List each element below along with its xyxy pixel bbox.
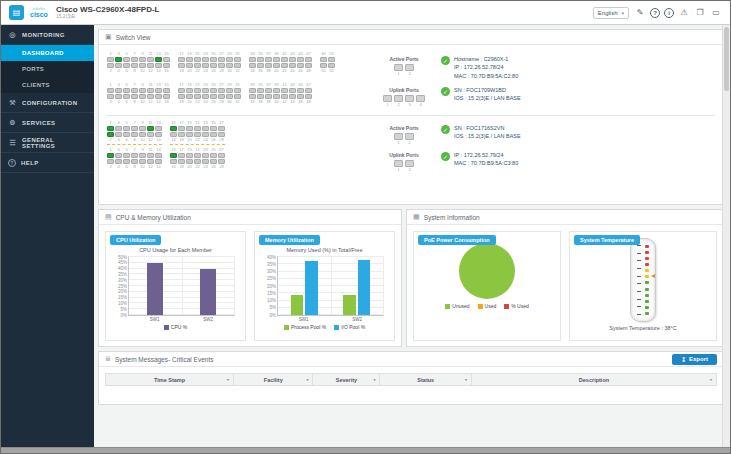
port[interactable] [139, 94, 146, 99]
port[interactable] [249, 94, 256, 99]
sidebar-item-configuration[interactable]: ⚒CONFIGURATION [1, 93, 94, 113]
port[interactable] [178, 57, 185, 62]
port[interactable] [194, 88, 201, 93]
port[interactable] [249, 88, 256, 93]
port[interactable] [115, 153, 122, 158]
port[interactable] [210, 159, 217, 164]
port[interactable] [234, 57, 241, 62]
sidebar-item-services[interactable]: ⚙SERVICES [1, 113, 94, 133]
port[interactable] [155, 88, 162, 93]
port[interactable] [131, 94, 138, 99]
port[interactable] [194, 153, 201, 158]
port[interactable] [186, 126, 193, 131]
column-header-facility[interactable]: Facility▾ [234, 374, 313, 385]
port[interactable] [289, 88, 296, 93]
column-header-description[interactable]: Description▾ [472, 374, 716, 385]
port[interactable] [202, 126, 209, 131]
port[interactable] [320, 57, 327, 62]
port[interactable] [139, 126, 146, 131]
port[interactable] [186, 57, 193, 62]
port[interactable] [131, 126, 138, 131]
port[interactable] [257, 88, 264, 93]
port[interactable] [194, 126, 201, 131]
port[interactable] [123, 153, 130, 158]
port[interactable] [194, 159, 201, 164]
port[interactable] [289, 94, 296, 99]
port[interactable] [155, 153, 162, 158]
port[interactable] [123, 94, 130, 99]
warning-icon[interactable]: ⚠ [678, 7, 690, 19]
port[interactable] [170, 153, 177, 158]
port[interactable] [281, 57, 288, 62]
port[interactable] [328, 57, 335, 62]
port[interactable] [210, 132, 217, 137]
column-header-time-stamp[interactable]: Time Stamp▾ [106, 374, 234, 385]
port[interactable] [257, 94, 264, 99]
port[interactable] [107, 94, 114, 99]
port[interactable] [281, 94, 288, 99]
monitor-icon[interactable]: ▭ [710, 7, 722, 19]
column-header-severity[interactable]: Severity▾ [313, 374, 380, 385]
port[interactable] [186, 94, 193, 99]
port[interactable] [218, 88, 225, 93]
port[interactable] [265, 57, 272, 62]
port[interactable] [163, 94, 170, 99]
port[interactable] [202, 132, 209, 137]
port[interactable] [210, 94, 217, 99]
port[interactable] [305, 88, 312, 93]
port[interactable] [218, 153, 225, 158]
port[interactable] [186, 153, 193, 158]
port[interactable] [289, 57, 296, 62]
window-icon[interactable]: ❐ [694, 7, 706, 19]
port[interactable] [297, 94, 304, 99]
export-button[interactable]: ↧ Export [672, 354, 717, 365]
port[interactable] [194, 94, 201, 99]
port[interactable] [178, 159, 185, 164]
port[interactable] [186, 88, 193, 93]
port[interactable] [115, 88, 122, 93]
port[interactable] [202, 153, 209, 158]
port[interactable] [147, 132, 154, 137]
port[interactable] [194, 57, 201, 62]
port[interactable] [123, 159, 130, 164]
port[interactable] [131, 88, 138, 93]
port[interactable] [178, 153, 185, 158]
port[interactable] [123, 132, 130, 137]
port[interactable] [115, 126, 122, 131]
column-header-status[interactable]: Status▾ [380, 374, 472, 385]
port[interactable] [297, 88, 304, 93]
port[interactable] [249, 57, 256, 62]
port[interactable] [273, 94, 280, 99]
port[interactable] [186, 132, 193, 137]
port[interactable] [234, 88, 241, 93]
port[interactable] [147, 57, 154, 62]
port[interactable] [178, 88, 185, 93]
port[interactable] [265, 88, 272, 93]
scrollbar-thumb[interactable] [724, 27, 729, 91]
port[interactable] [305, 57, 312, 62]
port[interactable] [139, 159, 146, 164]
port[interactable] [139, 88, 146, 93]
port[interactable] [107, 57, 114, 62]
port[interactable] [273, 88, 280, 93]
port[interactable] [257, 57, 264, 62]
port[interactable] [281, 88, 288, 93]
port[interactable] [131, 153, 138, 158]
port[interactable] [107, 159, 114, 164]
help-icon[interactable]: ? [650, 8, 660, 18]
port[interactable] [131, 57, 138, 62]
port[interactable] [147, 153, 154, 158]
port[interactable] [147, 126, 154, 131]
port[interactable] [115, 159, 122, 164]
port[interactable] [115, 57, 122, 62]
sidebar-item-dashboard[interactable]: DASHBOARD [1, 45, 94, 61]
port[interactable] [202, 57, 209, 62]
port[interactable] [218, 94, 225, 99]
port[interactable] [170, 132, 177, 137]
port[interactable] [202, 88, 209, 93]
port[interactable] [147, 94, 154, 99]
port[interactable] [155, 159, 162, 164]
pencil-icon[interactable]: ✎ [634, 7, 646, 19]
port[interactable] [265, 94, 272, 99]
sidebar-item-general-settings[interactable]: ☰GENERAL SETTINGS [1, 133, 94, 153]
